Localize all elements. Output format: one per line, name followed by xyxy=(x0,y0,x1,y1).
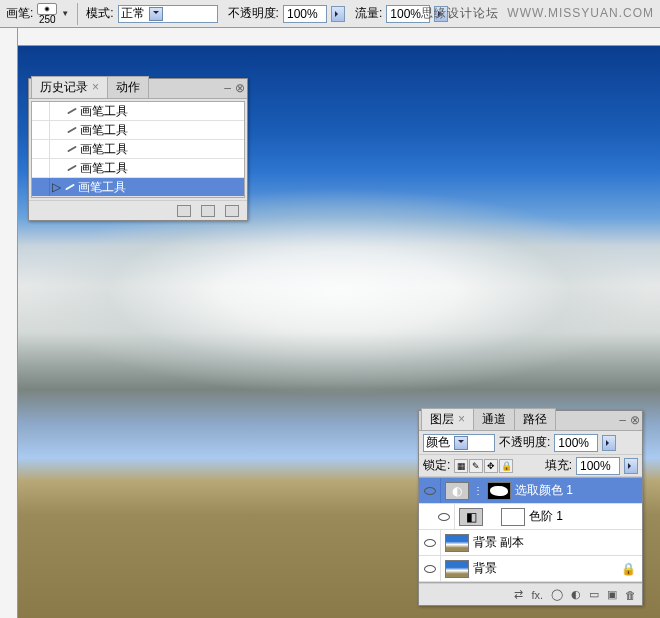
brush-preset-picker[interactable]: 250 xyxy=(37,3,57,25)
opacity-label: 不透明度: xyxy=(228,5,279,22)
layer-thumb-icon xyxy=(445,560,469,578)
new-group-icon[interactable]: ▭ xyxy=(589,588,599,601)
tab-channels[interactable]: 通道 xyxy=(473,408,515,430)
mask-thumb-icon[interactable] xyxy=(487,482,511,500)
history-item-label: 画笔工具 xyxy=(80,103,128,120)
options-bar: 画笔: 250 ▼ 模式: 正常 不透明度: 100% 流量: 100% 思缘设… xyxy=(0,0,660,28)
brush-icon xyxy=(64,110,80,112)
new-document-from-state-icon[interactable] xyxy=(177,205,191,217)
tab-actions[interactable]: 动作 xyxy=(107,76,149,98)
close-tab-icon[interactable]: × xyxy=(458,412,465,426)
layer-name[interactable]: 背景 xyxy=(473,560,497,577)
history-panel: 历史记录× 动作 – ⊗ 画笔工具 画笔工具 画笔工具 画笔工具 ▷画笔工具 xyxy=(28,78,248,221)
new-adjustment-icon[interactable]: ◐ xyxy=(571,588,581,601)
dropdown-arrow-icon xyxy=(149,7,163,21)
tab-history[interactable]: 历史记录× xyxy=(31,76,108,98)
minimize-panel-icon[interactable]: – xyxy=(224,81,231,95)
layer-row[interactable]: 背景 副本 xyxy=(419,530,642,556)
delete-layer-icon[interactable]: 🗑 xyxy=(625,589,636,601)
delete-state-icon[interactable] xyxy=(225,205,239,217)
layer-opacity-label: 不透明度: xyxy=(499,434,550,451)
close-panel-icon[interactable]: ⊗ xyxy=(235,81,245,95)
visibility-toggle-icon[interactable] xyxy=(419,478,441,503)
link-icon: ⋮ xyxy=(473,485,483,496)
flow-label: 流量: xyxy=(355,5,382,22)
visibility-toggle-icon[interactable] xyxy=(433,504,455,529)
history-footer xyxy=(29,200,247,220)
blend-mode-value: 正常 xyxy=(121,5,145,22)
current-state-icon: ▷ xyxy=(50,180,62,194)
visibility-toggle-icon[interactable] xyxy=(419,556,441,581)
layer-thumb-icon xyxy=(445,534,469,552)
mask-thumb-icon[interactable] xyxy=(501,508,525,526)
add-mask-icon[interactable]: ◯ xyxy=(551,588,563,601)
lock-pixels-icon[interactable]: ✎ xyxy=(469,459,483,473)
layer-list: ◐ ⋮ 选取颜色 1 ◧ 色阶 1 背景 副本 背景 🔒 xyxy=(419,477,642,583)
dropdown-arrow-icon xyxy=(454,436,468,450)
history-item-label: 画笔工具 xyxy=(78,179,126,196)
fill-label: 填充: xyxy=(545,457,572,474)
layer-blend-row: 颜色 不透明度: 100% xyxy=(419,431,642,455)
new-snapshot-icon[interactable] xyxy=(201,205,215,217)
fill-flyout-icon[interactable] xyxy=(624,458,638,474)
adjustment-thumb-icon: ◐ xyxy=(445,482,469,500)
layer-row[interactable]: 背景 🔒 xyxy=(419,556,642,582)
brush-size: 250 xyxy=(39,15,56,25)
lock-all-icon[interactable]: 🔒 xyxy=(499,459,513,473)
lock-icons: ▦✎✥🔒 xyxy=(454,458,514,473)
brush-icon xyxy=(64,148,80,150)
brush-label: 画笔: xyxy=(6,5,33,22)
layer-row[interactable]: ◧ 色阶 1 xyxy=(419,504,642,530)
opacity-input[interactable]: 100% xyxy=(283,5,327,23)
history-row[interactable]: 画笔工具 xyxy=(32,102,244,121)
brush-icon xyxy=(64,129,80,131)
brush-preview-icon xyxy=(37,3,57,15)
mode-label: 模式: xyxy=(86,5,113,22)
history-item-label: 画笔工具 xyxy=(80,141,128,158)
new-layer-icon[interactable]: ▣ xyxy=(607,588,617,601)
layer-opacity-input[interactable]: 100% xyxy=(554,434,598,452)
visibility-toggle-icon[interactable] xyxy=(419,530,441,555)
lock-transparent-icon[interactable]: ▦ xyxy=(454,459,468,473)
history-list: 画笔工具 画笔工具 画笔工具 画笔工具 ▷画笔工具 xyxy=(31,101,245,198)
minimize-panel-icon[interactable]: – xyxy=(619,413,626,427)
layer-name[interactable]: 色阶 1 xyxy=(529,508,563,525)
history-item-label: 画笔工具 xyxy=(80,122,128,139)
close-tab-icon[interactable]: × xyxy=(92,80,99,94)
lock-label: 锁定: xyxy=(423,457,450,474)
opacity-flyout-icon[interactable] xyxy=(602,435,616,451)
layers-footer: ⇄ fx. ◯ ◐ ▭ ▣ 🗑 xyxy=(419,583,642,605)
layer-blend-mode-select[interactable]: 颜色 xyxy=(423,434,495,452)
blend-mode-select[interactable]: 正常 xyxy=(118,5,218,23)
watermark: 思缘设计论坛 WWW.MISSYUAN.COM xyxy=(421,5,654,22)
history-row[interactable]: 画笔工具 xyxy=(32,140,244,159)
history-item-label: 画笔工具 xyxy=(80,160,128,177)
layers-panel: 图层× 通道 路径 –⊗ 颜色 不透明度: 100% 锁定: ▦✎✥🔒 填充: … xyxy=(418,410,643,606)
layer-name[interactable]: 背景 副本 xyxy=(473,534,524,551)
layer-row[interactable]: ◐ ⋮ 选取颜色 1 xyxy=(419,478,642,504)
lock-position-icon[interactable]: ✥ xyxy=(484,459,498,473)
history-row[interactable]: ▷画笔工具 xyxy=(32,178,244,197)
history-row[interactable]: 画笔工具 xyxy=(32,159,244,178)
opacity-flyout-icon[interactable] xyxy=(331,6,345,22)
layers-panel-tabs: 图层× 通道 路径 –⊗ xyxy=(419,411,642,431)
brush-dropdown-icon[interactable]: ▼ xyxy=(61,9,69,18)
history-panel-tabs: 历史记录× 动作 – ⊗ xyxy=(29,79,247,99)
lock-icon: 🔒 xyxy=(621,562,636,576)
brush-icon xyxy=(64,167,80,169)
layer-lock-row: 锁定: ▦✎✥🔒 填充: 100% xyxy=(419,455,642,477)
history-row[interactable]: 画笔工具 xyxy=(32,121,244,140)
vertical-ruler xyxy=(0,28,18,618)
brush-icon xyxy=(62,186,78,188)
horizontal-ruler xyxy=(18,28,660,46)
fill-input[interactable]: 100% xyxy=(576,457,620,475)
close-panel-icon[interactable]: ⊗ xyxy=(630,413,640,427)
panel-controls: – ⊗ xyxy=(224,81,245,95)
tab-layers[interactable]: 图层× xyxy=(421,408,474,430)
link-layers-icon[interactable]: ⇄ xyxy=(514,588,523,601)
tab-paths[interactable]: 路径 xyxy=(514,408,556,430)
layer-style-icon[interactable]: fx. xyxy=(531,589,543,601)
adjustment-thumb-icon: ◧ xyxy=(459,508,483,526)
layer-name[interactable]: 选取颜色 1 xyxy=(515,482,573,499)
